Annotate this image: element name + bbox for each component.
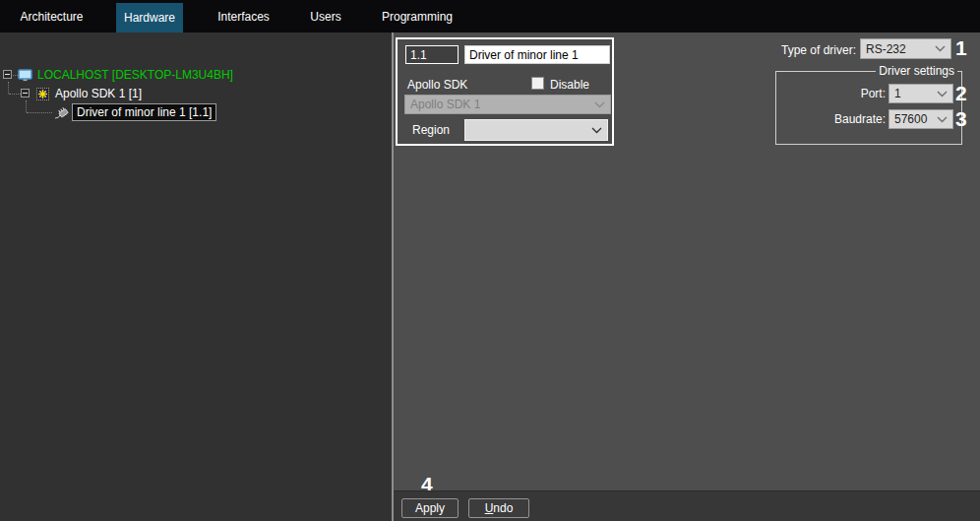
type-of-driver-value: RS-232 <box>866 42 906 56</box>
panel-divider <box>392 33 394 521</box>
tab-interfaces[interactable]: Interfaces <box>202 0 285 33</box>
apollo-sdk-label: Apollo SDK <box>407 78 467 92</box>
driver-properties-panel: Apollo SDK Disable Apollo SDK 1 Region <box>396 37 614 146</box>
driver-name-field[interactable] <box>464 45 610 64</box>
collapse-icon[interactable] <box>21 89 30 98</box>
chevron-down-icon <box>935 45 946 52</box>
tab-hardware[interactable]: Hardware <box>116 3 183 33</box>
driver-settings-group: Driver settings <box>775 71 962 145</box>
baudrate-select-value: 57600 <box>894 112 927 126</box>
chevron-down-icon <box>594 101 605 108</box>
disable-checkbox[interactable] <box>531 77 544 90</box>
chevron-down-icon <box>591 127 602 134</box>
chevron-down-icon <box>937 116 948 123</box>
annotation-2: 2 <box>955 82 967 105</box>
port-select[interactable]: 1 <box>888 84 953 103</box>
tree-item-label: LOCALHOST [DESKTOP-LM3U4BH] <box>37 68 233 82</box>
tree-item-label-selected: Driver of minor line 1 [1.1] <box>72 103 216 121</box>
computer-icon <box>18 69 32 82</box>
tab-programming[interactable]: Programming <box>372 0 462 33</box>
driver-settings-label: Driver settings <box>876 64 957 78</box>
driver-plug-icon <box>53 105 70 120</box>
bottom-action-bar: Apply Undo <box>394 490 980 521</box>
port-select-value: 1 <box>894 87 901 100</box>
tree-item-label: Apollo SDK 1 [1] <box>55 87 142 100</box>
type-of-driver-select[interactable]: RS-232 <box>860 38 951 59</box>
apollo-sdk-select[interactable]: Apollo SDK 1 <box>404 95 611 114</box>
tree-item-localhost[interactable]: LOCALHOST [DESKTOP-LM3U4BH] <box>18 68 233 82</box>
apollo-sdk-select-value: Apollo SDK 1 <box>410 98 480 111</box>
tree-connector <box>9 94 21 95</box>
undo-button[interactable]: Undo <box>468 498 529 518</box>
undo-button-label: ndo <box>493 501 513 515</box>
apply-button[interactable]: Apply <box>401 498 459 518</box>
port-label: Port: <box>827 87 886 100</box>
undo-button-accelerator: U <box>485 501 494 515</box>
baudrate-select[interactable]: 57600 <box>888 109 953 129</box>
region-label: Region <box>412 123 450 137</box>
tree-connector <box>26 100 27 112</box>
region-select[interactable] <box>464 119 608 141</box>
tab-architecture[interactable]: Architecture <box>10 0 93 33</box>
tree-item-driver[interactable]: Driver of minor line 1 [1.1] <box>53 103 216 121</box>
line-id-field[interactable] <box>405 45 459 64</box>
annotation-1: 1 <box>955 36 967 60</box>
tree-connector <box>27 112 52 113</box>
tree-item-apollo-sdk[interactable]: Apollo SDK 1 [1] <box>36 87 142 100</box>
baudrate-label: Baudrate: <box>817 112 886 126</box>
tab-users[interactable]: Users <box>291 0 360 33</box>
tree-connector <box>8 82 9 94</box>
hardware-tree-panel: LOCALHOST [DESKTOP-LM3U4BH] Apollo SDK 1… <box>0 33 392 521</box>
annotation-3: 3 <box>955 107 967 131</box>
apollo-asterisk-icon <box>36 88 49 100</box>
chevron-down-icon <box>937 91 948 98</box>
top-tab-bar: Architecture Hardware Interfaces Users P… <box>0 0 980 33</box>
disable-label: Disable <box>550 78 589 92</box>
type-of-driver-label: Type of driver: <box>748 43 856 57</box>
collapse-icon[interactable] <box>3 70 12 79</box>
